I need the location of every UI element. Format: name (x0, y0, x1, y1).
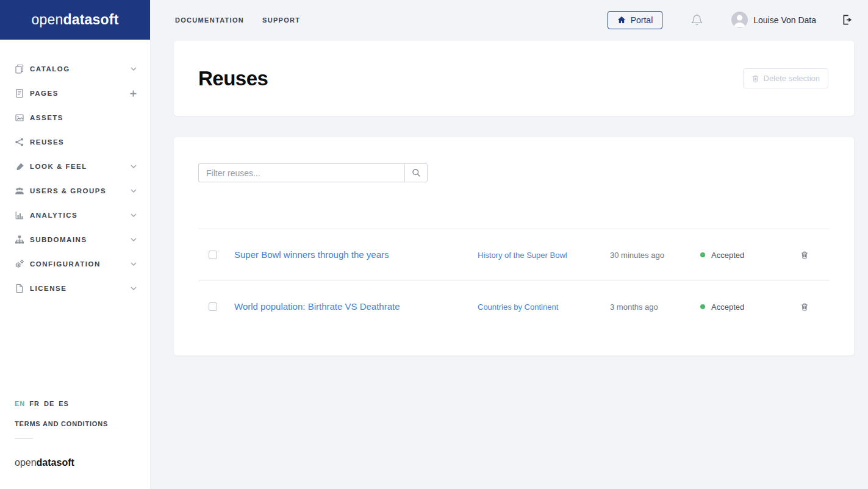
logo-open: open (15, 457, 37, 468)
assets-icon (15, 113, 24, 123)
reuses-table: Super Bowl winners through the years His… (198, 229, 830, 332)
sidebar-item-label: PAGES (30, 90, 59, 97)
users-icon (15, 186, 24, 196)
gears-icon (15, 259, 24, 269)
search-button[interactable] (404, 163, 428, 182)
sign-out-icon[interactable] (842, 15, 853, 25)
sidebar-item-label: REUSES (30, 138, 64, 146)
language-en[interactable]: EN (15, 400, 25, 407)
trash-icon (800, 251, 809, 260)
plus-icon[interactable] (130, 90, 137, 97)
delete-selection-label: Delete selection (764, 74, 820, 83)
paintbrush-icon (15, 162, 24, 171)
chevron-down-icon (131, 238, 137, 241)
dataset-link[interactable]: Countries by Continent (478, 302, 558, 312)
sidebar-item-label: SUBDOMAINS (30, 236, 87, 243)
status-label: Accepted (711, 251, 744, 260)
row-actions (780, 249, 830, 261)
chevron-down-icon (131, 262, 137, 266)
reuses-list-card: Super Bowl winners through the years His… (174, 137, 854, 355)
language-switcher: EN FR DE ES (15, 400, 108, 407)
sidebar-item-label: ASSETS (30, 114, 63, 121)
language-fr[interactable]: FR (29, 400, 40, 407)
row-dataset-cell: History of the Super Bowl (478, 249, 610, 260)
row-title-cell: Super Bowl winners through the years (234, 249, 478, 260)
topbar: DOCUMENTATION SUPPORT Portal Louise Von … (151, 0, 868, 40)
sidebar-item-subdomains[interactable]: SUBDOMAINS (0, 227, 150, 252)
delete-row-button[interactable] (799, 301, 810, 313)
sidebar-item-label: CONFIGURATION (30, 260, 101, 268)
filter-bar (198, 163, 830, 182)
sidebar-item-label: USERS & GROUPS (30, 187, 106, 195)
topbar-links: DOCUMENTATION SUPPORT (175, 16, 300, 24)
table-row: Super Bowl winners through the years His… (198, 229, 830, 280)
chevron-down-icon (131, 189, 137, 193)
bell-icon[interactable] (690, 13, 703, 27)
opendatasoft-footer-logo: opendatasoft (15, 457, 108, 468)
row-time: 3 months ago (610, 302, 700, 312)
row-status: Accepted (700, 302, 780, 312)
sidebar-item-analytics[interactable]: ANALYTICS (0, 203, 150, 227)
row-checkbox-cell (198, 302, 234, 311)
sidebar-item-pages[interactable]: PAGES (0, 81, 150, 105)
logo-data: data (37, 457, 57, 468)
row-time: 30 minutes ago (610, 251, 700, 260)
sidebar-item-look-and-feel[interactable]: LOOK & FEEL (0, 154, 150, 179)
sidebar-item-label: ANALYTICS (30, 212, 77, 219)
language-de[interactable]: DE (44, 400, 54, 407)
bar-chart-icon (15, 210, 24, 220)
logo-soft: soft (93, 12, 119, 27)
row-dataset-cell: Countries by Continent (478, 301, 610, 312)
page-title: Reuses (198, 67, 268, 90)
support-link[interactable]: SUPPORT (262, 16, 300, 24)
sidebar-item-configuration[interactable]: CONFIGURATION (0, 252, 150, 276)
sidebar-item-assets[interactable]: ASSETS (0, 105, 150, 130)
trash-icon (751, 74, 759, 83)
filter-reuses-input[interactable] (198, 163, 404, 182)
opendatasoft-logo: opendatasoft (31, 12, 118, 28)
row-actions (780, 301, 830, 313)
sidebar-item-label: LICENSE (30, 285, 66, 292)
sidebar-item-label: CATALOG (30, 65, 70, 73)
reuse-title-link[interactable]: Super Bowl winners through the years (234, 249, 389, 260)
table-row: World population: Birthrate VS Deathrate… (198, 280, 830, 332)
row-checkbox-cell (198, 251, 234, 259)
catalog-icon (15, 64, 24, 74)
avatar (731, 12, 748, 28)
user-menu[interactable]: Louise Von Data (731, 12, 816, 28)
language-es[interactable]: ES (59, 400, 69, 407)
reuse-title-link[interactable]: World population: Birthrate VS Deathrate (234, 301, 400, 312)
status-dot-icon (700, 252, 705, 257)
sitemap-icon (15, 235, 24, 245)
logo-data: data (63, 12, 92, 27)
delete-row-button[interactable] (799, 249, 810, 261)
row-title-cell: World population: Birthrate VS Deathrate (234, 301, 478, 312)
row-checkbox[interactable] (209, 251, 217, 259)
chevron-down-icon (131, 67, 137, 71)
terms-and-conditions-link[interactable]: TERMS AND CONDITIONS (15, 420, 108, 427)
home-icon (617, 16, 626, 24)
dataset-link[interactable]: History of the Super Bowl (478, 251, 567, 260)
delete-selection-button[interactable]: Delete selection (743, 68, 829, 88)
portal-button[interactable]: Portal (608, 11, 663, 29)
sidebar-item-license[interactable]: LICENSE (0, 276, 150, 301)
page-header-card: Reuses Delete selection (174, 41, 854, 116)
footer-divider (15, 438, 33, 439)
license-file-icon (15, 284, 24, 293)
documentation-link[interactable]: DOCUMENTATION (175, 16, 244, 24)
sidebar-item-users-groups[interactable]: USERS & GROUPS (0, 179, 150, 203)
sidebar-item-catalog[interactable]: CATALOG (0, 57, 150, 81)
logo-open: open (31, 12, 63, 27)
sidebar-item-label: LOOK & FEEL (30, 163, 87, 170)
topbar-right: Portal Louise Von Data (608, 11, 853, 29)
portal-button-label: Portal (631, 15, 653, 25)
reuses-share-icon (15, 137, 24, 147)
row-checkbox[interactable] (209, 302, 217, 311)
status-label: Accepted (711, 302, 744, 312)
user-name: Louise Von Data (753, 15, 816, 25)
chevron-down-icon (131, 213, 137, 217)
search-icon (412, 168, 421, 177)
chevron-down-icon (131, 165, 137, 168)
sidebar-nav: CATALOG PAGES ASSETS REUSES (0, 40, 150, 301)
sidebar-item-reuses[interactable]: REUSES (0, 130, 150, 154)
